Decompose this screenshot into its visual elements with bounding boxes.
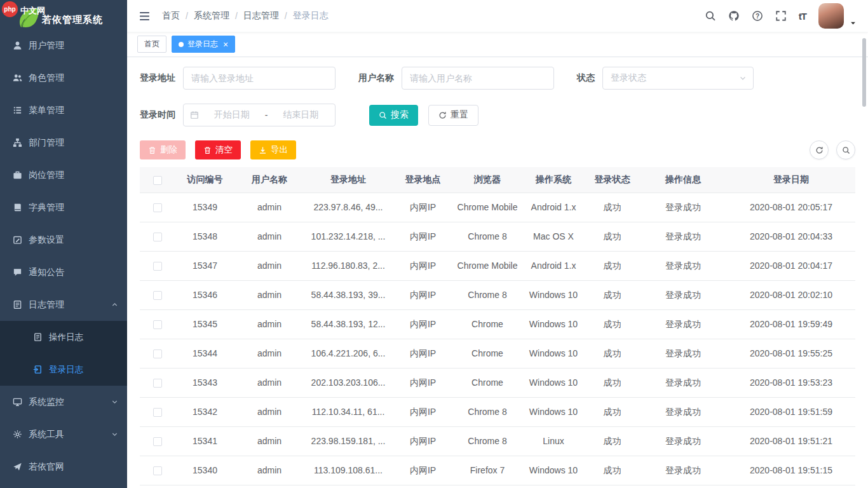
sidebar-item[interactable]: 若依官网 bbox=[0, 451, 127, 483]
search-button[interactable]: 搜索 bbox=[369, 105, 418, 126]
table-row[interactable]: 15340admin113.109.108.61...内网IPFirefox 7… bbox=[140, 456, 855, 485]
refresh-table-button[interactable] bbox=[810, 140, 829, 159]
table-cell: Windows 10 bbox=[522, 309, 585, 339]
sidebar-subitem[interactable]: 登录日志 bbox=[0, 353, 127, 386]
sidebar-subitem-label: 登录日志 bbox=[49, 364, 118, 376]
row-checkbox[interactable] bbox=[153, 408, 162, 417]
user-avatar[interactable] bbox=[818, 3, 844, 29]
table-cell: 58.44.38.193, 39... bbox=[304, 280, 393, 309]
row-checkbox[interactable] bbox=[153, 349, 162, 358]
row-checkbox[interactable] bbox=[153, 233, 162, 241]
sidebar-item[interactable]: 系统工具 bbox=[0, 418, 127, 451]
table-cell: 2020-08-01 19:51:21 bbox=[727, 426, 855, 456]
help-icon[interactable]: ? bbox=[752, 10, 763, 22]
table-cell: Linux bbox=[522, 426, 585, 456]
sidebar-item[interactable]: 岗位管理 bbox=[0, 159, 127, 191]
sidebar-item-label: 字典管理 bbox=[29, 202, 118, 214]
trash-icon bbox=[148, 146, 156, 154]
sidebar-item[interactable]: 部门管理 bbox=[0, 126, 127, 159]
table-row[interactable]: 15344admin106.4.221.206, 6...内网IPChromeW… bbox=[140, 339, 855, 368]
breadcrumb-item[interactable]: 首页 bbox=[162, 10, 180, 22]
export-button[interactable]: 导出 bbox=[250, 140, 296, 159]
sidebar-item-label: 系统监控 bbox=[29, 396, 111, 408]
reset-button[interactable]: 重置 bbox=[428, 105, 478, 126]
status-select[interactable]: 登录状态 bbox=[602, 67, 754, 90]
table-cell: 101.232.14.218, ... bbox=[304, 222, 393, 251]
sidebar-item-label: 若依官网 bbox=[29, 461, 118, 473]
breadcrumb-item[interactable]: 登录日志 bbox=[293, 10, 329, 22]
table-column-header[interactable]: 操作信息 bbox=[639, 167, 727, 193]
sidebar-item[interactable]: 用户管理 bbox=[0, 29, 127, 62]
sidebar-item[interactable]: 参数设置 bbox=[0, 224, 127, 256]
row-checkbox[interactable] bbox=[153, 379, 162, 388]
table-cell: admin bbox=[235, 251, 304, 280]
table-cell: 15346 bbox=[175, 280, 235, 309]
table-row[interactable]: 15342admin112.10.34.11, 61...内网IPChrome … bbox=[140, 397, 855, 426]
table-column-header[interactable]: 登录地址 bbox=[304, 167, 393, 193]
clear-button[interactable]: 清空 bbox=[195, 140, 241, 159]
github-icon[interactable] bbox=[728, 10, 740, 22]
table-column-header[interactable]: 用户名称 bbox=[235, 167, 304, 193]
font-size-button[interactable]: tT bbox=[799, 11, 806, 22]
row-checkbox[interactable] bbox=[153, 203, 162, 212]
row-checkbox[interactable] bbox=[153, 320, 162, 329]
row-checkbox-cell bbox=[140, 339, 175, 368]
sidebar-toggle-icon[interactable] bbox=[139, 10, 151, 22]
table-cell: admin bbox=[235, 222, 304, 251]
breadcrumb-item[interactable]: 日志管理 bbox=[243, 10, 279, 22]
table-cell: Chrome 8 bbox=[453, 222, 522, 251]
sidebar-item[interactable]: 菜单管理 bbox=[0, 94, 127, 126]
table-cell: Chrome 8 bbox=[453, 426, 522, 456]
delete-button[interactable]: 删除 bbox=[140, 140, 186, 159]
table-row[interactable]: 15343admin202.103.203.106...内网IPChromeWi… bbox=[140, 368, 855, 397]
table-column-header[interactable]: 登录日期 bbox=[727, 167, 855, 193]
table-cell: 登录成功 bbox=[639, 280, 727, 309]
tab-item[interactable]: 登录日志× bbox=[172, 36, 235, 53]
sidebar-item[interactable]: 字典管理 bbox=[0, 191, 127, 224]
table-row[interactable]: 15347admin112.96.180.83, 2...内网IPChrome … bbox=[140, 251, 855, 280]
row-checkbox[interactable] bbox=[153, 466, 162, 475]
table-cell: Android 1.x bbox=[522, 193, 585, 222]
tab-close-icon[interactable]: × bbox=[223, 40, 228, 49]
sidebar-item[interactable]: 角色管理 bbox=[0, 62, 127, 94]
vertical-scrollbar[interactable] bbox=[862, 38, 866, 107]
row-checkbox[interactable] bbox=[153, 262, 162, 271]
username-input[interactable] bbox=[402, 67, 554, 90]
search-icon bbox=[379, 111, 387, 119]
table-row[interactable]: 15341admin223.98.159.181, ...内网IPChrome … bbox=[140, 426, 855, 456]
table-row[interactable]: 15349admin223.97.8.46, 49...内网IPChrome M… bbox=[140, 193, 855, 222]
select-all-checkbox[interactable] bbox=[153, 176, 162, 185]
table-cell: admin bbox=[235, 397, 304, 426]
table-column-header[interactable]: 操作系统 bbox=[522, 167, 585, 193]
table-row[interactable]: 15345admin58.44.38.193, 12...内网IPChromeW… bbox=[140, 309, 855, 339]
table-cell: 2020-08-01 19:53:23 bbox=[727, 368, 855, 397]
table-row[interactable]: 15346admin58.44.38.193, 39...内网IPChrome … bbox=[140, 280, 855, 309]
table-cell: 58.44.38.193, 12... bbox=[304, 309, 393, 339]
sidebar-item-label: 参数设置 bbox=[29, 234, 118, 246]
search-icon[interactable] bbox=[705, 10, 716, 22]
sidebar-item[interactable]: 系统监控 bbox=[0, 386, 127, 418]
table-cell: 15349 bbox=[175, 193, 235, 222]
table-column-header[interactable]: 登录状态 bbox=[585, 167, 639, 193]
sidebar-subitem[interactable]: 操作日志 bbox=[0, 321, 127, 353]
tab-item[interactable]: 首页 bbox=[137, 36, 166, 53]
app-logo[interactable]: php 中文网 若依管理系统 bbox=[0, 0, 127, 29]
table-header-row: 访问编号用户名称登录地址登录地点浏览器操作系统登录状态操作信息登录日期 bbox=[140, 167, 855, 193]
table-column-header[interactable]: 浏览器 bbox=[453, 167, 522, 193]
table-row[interactable]: 15348admin101.232.14.218, ...内网IPChrome … bbox=[140, 222, 855, 251]
date-range-picker[interactable]: 开始日期 - 结束日期 bbox=[183, 104, 336, 126]
table-cell: 202.103.203.106... bbox=[304, 368, 393, 397]
row-checkbox[interactable] bbox=[153, 291, 162, 300]
breadcrumb-item[interactable]: 系统管理 bbox=[194, 10, 229, 22]
login-address-input[interactable] bbox=[183, 67, 336, 90]
row-checkbox[interactable] bbox=[153, 437, 162, 446]
caret-down-icon[interactable] bbox=[850, 20, 857, 27]
login-address-field: 登录地址 bbox=[140, 67, 336, 90]
table-column-header[interactable]: 访问编号 bbox=[175, 167, 235, 193]
fullscreen-icon[interactable] bbox=[775, 10, 787, 22]
toggle-search-button[interactable] bbox=[836, 140, 855, 159]
table-cell: 登录成功 bbox=[639, 222, 727, 251]
table-column-header[interactable]: 登录地点 bbox=[393, 167, 453, 193]
sidebar-item[interactable]: 通知公告 bbox=[0, 256, 127, 288]
sidebar-item[interactable]: 日志管理 bbox=[0, 288, 127, 321]
